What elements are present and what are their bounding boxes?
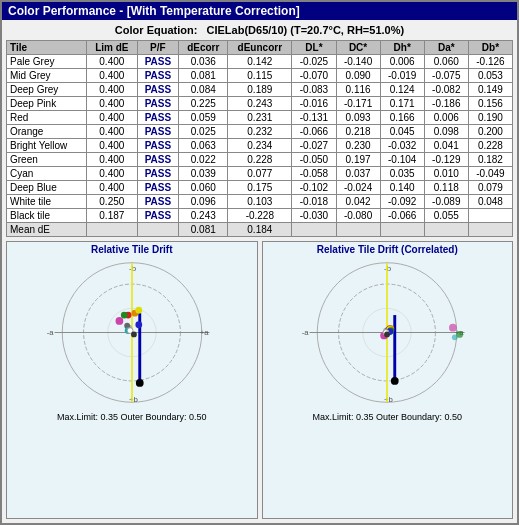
chart-left-title: Relative Tile Drift — [91, 244, 173, 255]
svg-text:+b: +b — [129, 395, 138, 404]
chart-right-title: Relative Tile Drift (Correlated) — [317, 244, 458, 255]
table-row: Deep Blue 0.400 PASS 0.060 0.175 -0.102 … — [7, 181, 513, 195]
svg-point-23 — [131, 332, 137, 338]
table-row: White tile 0.250 PASS 0.096 0.103 -0.018… — [7, 195, 513, 209]
main-window: Color Performance - [With Temperature Co… — [0, 0, 519, 525]
col-decorr: dEcorr — [179, 41, 228, 55]
table-row: Bright Yellow 0.400 PASS 0.063 0.234 -0.… — [7, 139, 513, 153]
color-equation: Color Equation: CIELab(D65/10) (T=20.7°C… — [6, 24, 513, 36]
color-equation-label: Color Equation: — [115, 24, 198, 36]
chart-left: Relative Tile Drift -a +a — [6, 241, 258, 519]
chart-right: Relative Tile Drift (Correlated) -a — [262, 241, 514, 519]
col-tile: Tile — [7, 41, 87, 55]
content-area: Color Equation: CIELab(D65/10) (T=20.7°C… — [2, 20, 517, 523]
svg-point-48 — [449, 324, 457, 332]
chart-left-footer: Max.Limit: 0.35 Outer Boundary: 0.50 — [55, 410, 209, 424]
svg-text:+a: +a — [200, 328, 210, 337]
chart-right-svg: -a +a -b +b — [287, 255, 487, 410]
table-row: Deep Pink 0.400 PASS 0.225 0.243 -0.016 … — [7, 97, 513, 111]
col-pf: P/F — [137, 41, 179, 55]
svg-point-11 — [136, 379, 144, 387]
svg-point-21 — [135, 321, 142, 328]
charts-row: Relative Tile Drift -a +a — [6, 241, 513, 519]
col-lim-de: Lim dE — [87, 41, 137, 55]
col-db: Db* — [468, 41, 512, 55]
col-deuncorr: dEuncorr — [228, 41, 292, 55]
svg-point-47 — [384, 332, 390, 338]
table-row: Green 0.400 PASS 0.022 0.228 -0.050 0.19… — [7, 153, 513, 167]
svg-point-15 — [115, 317, 123, 325]
svg-point-18 — [135, 307, 142, 314]
table-row: Pale Grey 0.400 PASS 0.036 0.142 -0.025 … — [7, 55, 513, 69]
col-da: Da* — [424, 41, 468, 55]
title-bar: Color Performance - [With Temperature Co… — [2, 2, 517, 20]
table-row: Mid Grey 0.400 PASS 0.081 0.115 -0.070 0… — [7, 69, 513, 83]
svg-point-19 — [121, 312, 128, 319]
svg-text:-a: -a — [47, 328, 55, 337]
svg-text:+b: +b — [384, 395, 393, 404]
chart-left-area: -a +a -b +b — [32, 255, 232, 410]
svg-text:-a: -a — [302, 328, 310, 337]
svg-point-50 — [452, 334, 458, 340]
chart-left-svg: -a +a -b +b — [32, 255, 232, 410]
table-row: Deep Grey 0.400 PASS 0.084 0.189 -0.083 … — [7, 83, 513, 97]
col-dh: Dh* — [380, 41, 424, 55]
data-table: Tile Lim dE P/F dEcorr dEuncorr DL* DC* … — [6, 40, 513, 237]
table-row: Cyan 0.400 PASS 0.039 0.077 -0.058 0.037… — [7, 167, 513, 181]
svg-point-35 — [391, 377, 399, 385]
chart-right-area: -a +a -b +b — [287, 255, 487, 410]
col-dl: DL* — [292, 41, 336, 55]
mean-row: Mean dE 0.081 0.184 — [7, 223, 513, 237]
chart-right-footer: Max.Limit: 0.35 Outer Boundary: 0.50 — [310, 410, 464, 424]
window-title: Color Performance - [With Temperature Co… — [8, 4, 300, 18]
color-equation-value: CIELab(D65/10) (T=20.7°C, RH=51.0%) — [207, 24, 405, 36]
table-row: Black tile 0.187 PASS 0.243 -0.228 -0.03… — [7, 209, 513, 223]
table-row: Red 0.400 PASS 0.059 0.231 -0.131 0.093 … — [7, 111, 513, 125]
table-row: Orange 0.400 PASS 0.025 0.232 -0.066 0.2… — [7, 125, 513, 139]
col-dc: DC* — [336, 41, 380, 55]
table-header-row: Tile Lim dE P/F dEcorr dEuncorr DL* DC* … — [7, 41, 513, 55]
